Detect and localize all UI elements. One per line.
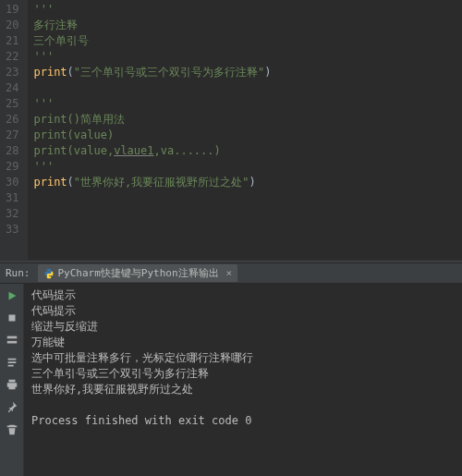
console-line: Process finished with exit code 0 (31, 413, 455, 429)
layout-button[interactable] (4, 332, 20, 348)
svg-rect-0 (8, 315, 15, 322)
code-line[interactable] (33, 222, 462, 238)
console-line: 世界你好,我要征服视野所过之处 (31, 382, 455, 397)
run-header: Run: PyCharm快捷键与Python注释输出 × (0, 263, 462, 284)
line-number: 24 (6, 80, 18, 96)
code-line[interactable]: 多行注释 (33, 18, 462, 33)
line-number: 27 (6, 128, 18, 143)
run-tab-label: PyCharm快捷键与Python注释输出 (58, 266, 219, 280)
console-line: 三个单引号或三个双引号为多行注释 (31, 366, 455, 382)
code-line[interactable]: ''' (33, 159, 462, 175)
console-output[interactable]: 代码提示代码提示缩进与反缩进万能键选中可批量注释多行，光标定位哪行注释哪行三个单… (24, 284, 462, 476)
svg-rect-1 (6, 336, 17, 339)
line-number: 30 (6, 175, 18, 190)
line-number: 32 (6, 206, 18, 222)
console-line: 代码提示 (31, 303, 455, 319)
trash-button[interactable] (4, 421, 20, 437)
code-line[interactable] (33, 80, 462, 96)
pin-button[interactable] (4, 398, 20, 415)
code-line[interactable]: ''' (33, 2, 462, 18)
code-line[interactable]: print(value) (33, 128, 462, 143)
console-line: 选中可批量注释多行，光标定位哪行注释哪行 (31, 350, 455, 366)
line-number: 28 (6, 143, 18, 159)
code-line[interactable]: 三个单引号 (33, 33, 462, 49)
run-toolbar (0, 284, 24, 476)
stop-button[interactable] (4, 310, 20, 326)
run-panel: Run: PyCharm快捷键与Python注释输出 × 代码提示代码提示缩进与… (0, 263, 462, 476)
python-icon (43, 268, 55, 279)
code-line[interactable]: ''' (33, 96, 462, 112)
print-button[interactable] (4, 376, 20, 393)
line-number: 23 (6, 65, 18, 80)
line-number: 25 (6, 96, 18, 112)
svg-rect-2 (6, 341, 17, 344)
close-icon[interactable]: × (226, 267, 233, 279)
scroll-button[interactable] (4, 354, 20, 371)
line-number: 31 (6, 190, 18, 206)
run-body: 代码提示代码提示缩进与反缩进万能键选中可批量注释多行，光标定位哪行注释哪行三个单… (0, 284, 462, 476)
line-gutter: 192021222324252627282930313233 (0, 0, 28, 260)
line-number: 22 (6, 49, 18, 65)
console-line: 万能键 (31, 335, 455, 350)
rerun-button[interactable] (4, 287, 20, 304)
code-line[interactable]: print("世界你好,我要征服视野所过之处") (33, 175, 462, 190)
line-number: 20 (6, 18, 18, 33)
code-line[interactable]: ''' (33, 49, 462, 65)
console-line (31, 397, 455, 413)
code-area[interactable]: '''多行注释三个单引号'''print("三个单引号或三个双引号为多行注释")… (28, 0, 462, 260)
line-number: 29 (6, 159, 18, 175)
code-line[interactable]: print(value,vlaue1,va......) (33, 143, 462, 159)
line-number: 21 (6, 33, 18, 49)
line-number: 19 (6, 2, 18, 18)
run-tab[interactable]: PyCharm快捷键与Python注释输出 × (38, 264, 238, 282)
code-line[interactable] (33, 206, 462, 222)
code-editor[interactable]: 192021222324252627282930313233 '''多行注释三个… (0, 0, 462, 260)
console-line: 缩进与反缩进 (31, 319, 455, 335)
code-line[interactable]: print()简单用法 (33, 112, 462, 128)
run-label: Run: (6, 267, 30, 279)
console-line: 代码提示 (31, 287, 455, 303)
code-line[interactable] (33, 190, 462, 206)
line-number: 26 (6, 112, 18, 128)
line-number: 33 (6, 222, 18, 238)
code-line[interactable]: print("三个单引号或三个双引号为多行注释") (33, 65, 462, 80)
